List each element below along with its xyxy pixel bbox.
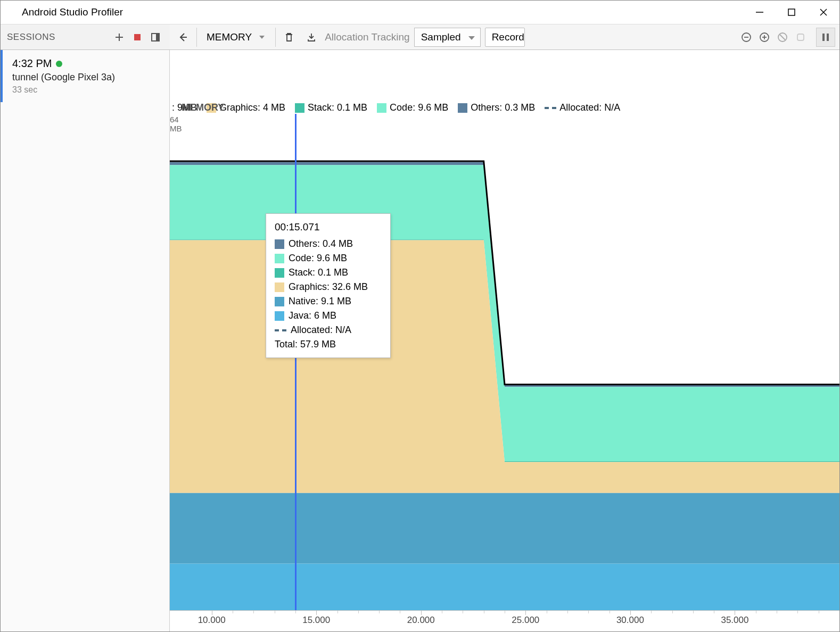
tooltip-java: Java: 6 MB [289, 310, 336, 321]
zoom-in-button[interactable] [756, 29, 772, 45]
stop-session-button[interactable] [129, 29, 145, 45]
tooltip-swatch-others-icon [275, 239, 284, 249]
svg-line-15 [780, 35, 785, 40]
add-session-button[interactable] [111, 29, 127, 45]
x-tick-label: 10.000 [198, 615, 226, 626]
tooltip-dashed-allocated-icon [275, 329, 286, 331]
legend-dashed-allocated-icon [545, 107, 556, 109]
svg-rect-17 [822, 34, 825, 41]
x-axis: 10.00015.00020.00025.00030.00035.000 [170, 610, 839, 631]
memory-chart-plot[interactable]: 00:15.071 Others: 0.4 MB Code: 9.6 MB St… [170, 114, 839, 610]
svg-rect-1 [788, 9, 795, 15]
window-title: Android Studio Profiler [22, 6, 123, 18]
tooltip-swatch-code-icon [275, 254, 284, 263]
legend-others: Others: 0.3 MB [471, 102, 535, 113]
profiler-toolbar: MEMORY Allocation Tracking Sampled Recor… [170, 24, 839, 49]
tooltip-swatch-graphics-icon [275, 282, 284, 292]
svg-rect-6 [134, 34, 141, 40]
tooltip-graphics: Graphics: 32.6 MB [289, 281, 368, 293]
allocation-tracking-select[interactable]: Sampled [414, 28, 481, 47]
trash-button[interactable] [280, 28, 298, 46]
import-button[interactable] [302, 28, 320, 46]
zoom-reset-button[interactable] [775, 29, 790, 45]
memory-chart[interactable]: 64 MB 48 32 16 00:15.071 Others: 0.4 MB … [170, 114, 839, 631]
tooltip-stack: Stack: 0.1 MB [289, 267, 348, 278]
profiler-selector[interactable]: MEMORY [201, 28, 271, 47]
tooltip-code: Code: 9.6 MB [289, 253, 347, 264]
profiler-main: : 9MB MEMORY Graphics: 4 MB Stack: 0.1 M… [170, 50, 839, 631]
legend-allocated: Allocated: N/A [559, 102, 620, 113]
tooltip-swatch-native-icon [275, 297, 284, 306]
legend-swatch-code-icon [377, 103, 386, 113]
x-tick-label: 15.000 [302, 615, 330, 626]
tooltip-time: 00:15.071 [275, 221, 382, 233]
x-tick-label: 20.000 [407, 615, 435, 626]
svg-rect-18 [827, 34, 829, 41]
memory-legend: : 9MB MEMORY Graphics: 4 MB Stack: 0.1 M… [172, 102, 834, 113]
tooltip-native: Native: 9.1 MB [289, 296, 351, 307]
maximize-button[interactable] [776, 1, 808, 24]
svg-rect-16 [797, 34, 804, 40]
legend-stack: Stack: 0.1 MB [308, 102, 367, 113]
pause-button[interactable] [816, 28, 835, 47]
tooltip-swatch-stack-icon [275, 268, 284, 278]
sessions-header: SESSIONS [1, 24, 170, 49]
tooltip-total: Total: 57.9 MB [275, 339, 382, 350]
allocation-tracking-value: Sampled [421, 31, 461, 43]
x-tick-label: 30.000 [616, 615, 644, 626]
tooltip-swatch-java-icon [275, 311, 284, 321]
session-item[interactable]: 4:32 PM tunnel (Google Pixel 3a) 33 sec [1, 50, 169, 102]
timeline-cursor[interactable] [295, 114, 297, 610]
minimize-button[interactable] [744, 1, 776, 24]
sessions-sidebar: 4:32 PM tunnel (Google Pixel 3a) 33 sec [1, 50, 170, 631]
back-button[interactable] [174, 28, 192, 46]
session-duration: 33 sec [12, 85, 160, 95]
session-device: tunnel (Google Pixel 3a) [12, 72, 160, 83]
legend-swatch-others-icon [458, 103, 467, 113]
sessions-header-label: SESSIONS [7, 32, 55, 43]
window-titlebar: Android Studio Profiler [1, 1, 839, 24]
record-button[interactable]: Record [485, 28, 525, 47]
profiler-selector-label: MEMORY [207, 31, 252, 43]
allocation-tracking-label: Allocation Tracking [325, 31, 409, 43]
tooltip-allocated: Allocated: N/A [291, 325, 351, 336]
tooltip-others: Others: 0.4 MB [289, 238, 353, 250]
session-active-dot-icon [56, 61, 62, 67]
zoom-fit-button[interactable] [793, 29, 809, 45]
legend-code: Code: 9.6 MB [390, 102, 448, 113]
close-button[interactable] [808, 1, 839, 24]
legend-overlay-label: MEMORY [182, 102, 224, 113]
memory-tooltip: 00:15.071 Others: 0.4 MB Code: 9.6 MB St… [266, 213, 391, 358]
legend-swatch-stack-icon [295, 103, 304, 113]
zoom-out-button[interactable] [738, 29, 754, 45]
session-time: 4:32 PM [12, 57, 160, 70]
x-tick-label: 35.000 [721, 615, 748, 626]
legend-graphics: Graphics: 4 MB [219, 102, 285, 113]
x-tick-label: 25.000 [512, 615, 539, 626]
layout-toggle-button[interactable] [147, 29, 163, 45]
svg-rect-8 [156, 34, 159, 41]
